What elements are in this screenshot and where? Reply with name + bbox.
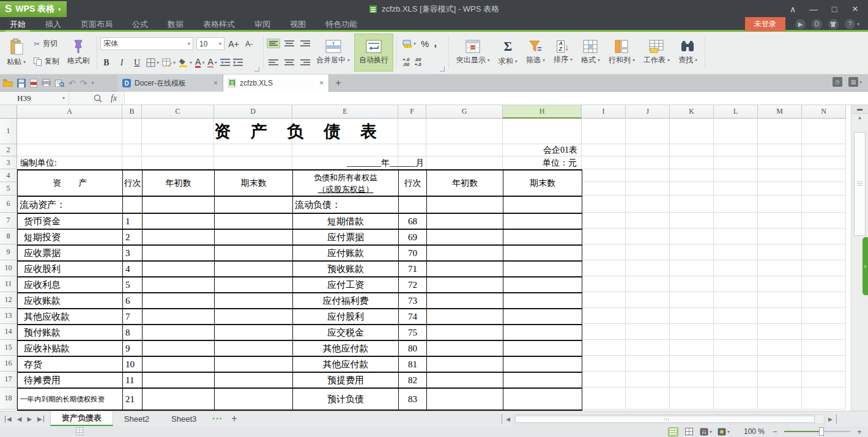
end-of-period-value[interactable] xyxy=(215,213,293,229)
grid-cell[interactable] xyxy=(670,356,714,372)
column-header-K[interactable]: K xyxy=(670,105,714,119)
grid-cell[interactable] xyxy=(670,308,714,324)
grid-cell[interactable] xyxy=(714,308,758,324)
asset-item-label[interactable]: 货币资金 xyxy=(18,213,123,229)
column-header-G[interactable]: G xyxy=(426,105,503,119)
grid-cell[interactable] xyxy=(758,156,802,169)
cell[interactable] xyxy=(215,196,293,213)
layout-switch-button[interactable]: ▤ ▾ xyxy=(848,77,862,87)
begin-of-year-value[interactable] xyxy=(143,213,215,229)
liability-item-label[interactable]: 预收账款 xyxy=(293,261,399,277)
grid-cell[interactable] xyxy=(714,372,758,387)
sheet-title-cell[interactable]: 资 产 负 债 表 xyxy=(17,119,582,144)
grid-cell[interactable] xyxy=(582,213,626,229)
row-header-2[interactable]: 2 xyxy=(0,144,17,156)
end-of-period-value[interactable] xyxy=(503,213,582,229)
grid-cell[interactable] xyxy=(758,372,802,387)
quick-toolbar-caret-icon[interactable]: ▾ xyxy=(91,80,94,86)
asset-item-label[interactable]: 预付账款 xyxy=(18,325,123,340)
next-sheet-button[interactable]: ▶ xyxy=(27,416,32,422)
grow-font-button[interactable]: A+ xyxy=(228,39,240,49)
grid-cell[interactable] xyxy=(670,276,714,292)
skin-icon[interactable] xyxy=(828,19,839,29)
grid-cell[interactable] xyxy=(802,144,846,156)
minimize-button[interactable]: — xyxy=(803,0,824,18)
grid-cell[interactable] xyxy=(714,292,758,308)
grid-cell[interactable] xyxy=(582,276,626,292)
grid-cell[interactable] xyxy=(758,229,802,244)
conditional-highlight-button[interactable]: 突出显示▾ xyxy=(452,34,494,72)
formula-input[interactable] xyxy=(124,92,868,105)
print-preview-button[interactable] xyxy=(55,79,64,87)
asset-item-label[interactable]: 应收利息 xyxy=(18,277,123,293)
menu-tab-开始[interactable]: 开始 xyxy=(0,18,35,30)
community-icon[interactable]: ▶ xyxy=(795,19,806,29)
begin-of-year-value[interactable] xyxy=(427,261,503,277)
grid-cell[interactable] xyxy=(626,156,670,169)
end-of-period-value[interactable] xyxy=(215,309,293,325)
grid-cell[interactable] xyxy=(802,260,846,276)
column-header-F[interactable]: F xyxy=(398,105,426,119)
asset-line-number[interactable]: 4 xyxy=(123,261,143,277)
asset-line-number[interactable]: 1 xyxy=(123,213,143,229)
asset-item-label[interactable]: 存货 xyxy=(18,356,123,372)
begin-of-year-value[interactable] xyxy=(143,261,215,277)
liability-item-label[interactable]: 其他应付款 xyxy=(293,340,399,356)
export-pdf-button[interactable] xyxy=(30,79,37,87)
grid-cell[interactable] xyxy=(626,244,670,260)
grid-cell[interactable] xyxy=(802,119,846,144)
begin-of-year-value[interactable] xyxy=(143,340,215,356)
grid-cell[interactable] xyxy=(714,229,758,244)
form-code-cell[interactable]: 会企01表 xyxy=(17,144,580,156)
grid-cell[interactable] xyxy=(670,196,714,213)
grid-cell[interactable] xyxy=(626,169,670,182)
italic-button[interactable]: I xyxy=(116,58,128,68)
liability-item-label[interactable]: 短期借款 xyxy=(293,213,399,229)
row-header-8[interactable]: 8 xyxy=(0,229,17,244)
grid-cell[interactable] xyxy=(758,356,802,372)
grid-cell[interactable] xyxy=(714,213,758,229)
grid-cell[interactable] xyxy=(582,356,626,372)
liability-line-number[interactable]: 71 xyxy=(399,261,427,277)
align-top-button[interactable] xyxy=(267,39,280,48)
asset-item-label[interactable]: 应收补贴款 xyxy=(18,340,123,356)
grid-cell[interactable] xyxy=(626,324,670,340)
asset-item-label[interactable]: 待摊费用 xyxy=(18,372,123,388)
redo-button[interactable]: ↷ xyxy=(80,78,87,88)
worksheet-button[interactable]: 工作表▾ xyxy=(639,34,674,72)
end-of-period-value[interactable] xyxy=(215,356,293,372)
grid-cell[interactable] xyxy=(626,182,670,196)
grid-cell[interactable] xyxy=(670,182,714,196)
grid-cell[interactable] xyxy=(758,276,802,292)
asset-line-number[interactable]: 11 xyxy=(123,372,143,388)
cut-button[interactable]: ✂ 剪切 xyxy=(31,38,62,50)
grid-cell[interactable] xyxy=(714,276,758,292)
end-of-period-value[interactable] xyxy=(215,388,293,410)
grid-cell[interactable] xyxy=(802,340,846,356)
begin-of-year-value[interactable] xyxy=(427,325,503,340)
fullscreen-view-button[interactable]: ▾ xyxy=(700,428,712,436)
column-header-A[interactable]: A xyxy=(17,105,122,119)
menu-tab-页面布局[interactable]: 页面布局 xyxy=(71,18,122,30)
grid-cell[interactable] xyxy=(670,244,714,260)
grid-cell[interactable] xyxy=(626,372,670,387)
grid-cell[interactable] xyxy=(802,324,846,340)
end-of-period-value[interactable] xyxy=(503,277,582,293)
grid-cell[interactable] xyxy=(626,292,670,308)
previous-sheet-button[interactable]: ◀ xyxy=(17,416,22,422)
end-of-period-value[interactable] xyxy=(503,340,582,356)
split-handle[interactable]: ▬ xyxy=(851,105,868,114)
grid-cell[interactable] xyxy=(670,292,714,308)
grid-cell[interactable] xyxy=(670,372,714,387)
page-break-view-button[interactable] xyxy=(684,427,694,436)
row-header-3[interactable]: 3 xyxy=(0,156,17,169)
new-document-tab-button[interactable]: + xyxy=(329,75,347,92)
paste-button[interactable]: 粘贴▾ xyxy=(2,34,30,72)
grid-cell[interactable] xyxy=(714,169,758,182)
asset-line-number[interactable]: 9 xyxy=(123,340,143,356)
end-of-period-value[interactable] xyxy=(215,372,293,388)
wrap-text-button[interactable]: 自动换行 xyxy=(354,34,393,72)
end-of-period-column-header[interactable]: 期末数 xyxy=(215,170,293,196)
row-header-18[interactable]: 18 xyxy=(0,387,17,409)
current-liabilities-section-label[interactable]: 流动负债： xyxy=(293,196,399,213)
